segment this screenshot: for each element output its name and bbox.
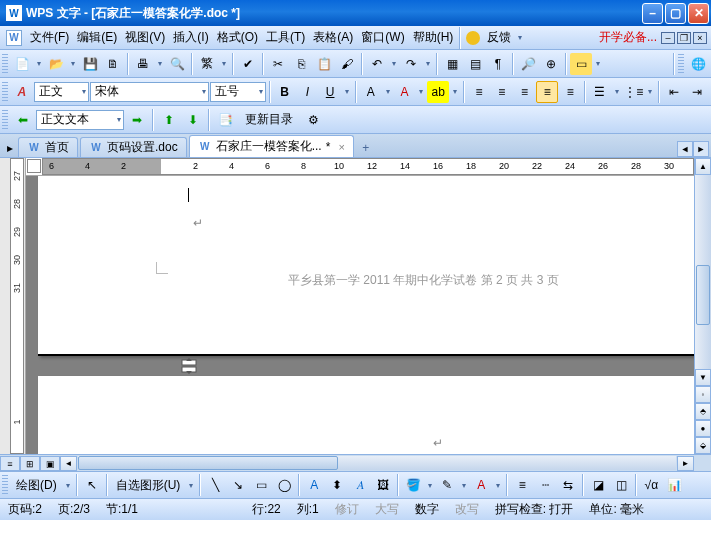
outline-view-button[interactable]: ⊞ (20, 456, 40, 471)
close-button[interactable]: ✕ (688, 3, 709, 24)
tab-home[interactable]: W 首页 (18, 137, 78, 157)
oval-button[interactable]: ◯ (273, 474, 295, 496)
scroll-thumb[interactable] (696, 265, 710, 325)
line-style-button[interactable]: ≡ (511, 474, 533, 496)
style-combo[interactable]: 正文▾ (34, 82, 90, 102)
status-unit[interactable]: 单位: 毫米 (585, 501, 648, 518)
font-combo[interactable]: 宋体▾ (90, 82, 209, 102)
toc-settings-button[interactable]: ⚙ (302, 109, 324, 131)
open-button[interactable]: 📂 (45, 53, 67, 75)
menu-format[interactable]: 格式(O) (213, 26, 262, 49)
vertical-scrollbar[interactable]: ▲ ▼ ◦ ⬘ ● ⬙ (694, 158, 711, 454)
scroll-down-button[interactable]: ▼ (695, 369, 711, 386)
cut-button[interactable]: ✂ (267, 53, 289, 75)
status-column[interactable]: 列:1 (293, 501, 323, 518)
fill-color-button[interactable]: 🪣 (402, 474, 424, 496)
underline-button[interactable]: U (319, 81, 341, 103)
highlight-color-button[interactable]: ab (427, 81, 449, 103)
align-distribute-button[interactable]: ≡ (559, 81, 581, 103)
menu-tools[interactable]: 工具(T) (262, 26, 309, 49)
copy-button[interactable]: ⎘ (290, 53, 312, 75)
next-page-button[interactable]: ⬙ (695, 437, 711, 454)
tab-list-button[interactable]: ▸ (2, 139, 18, 157)
horizontal-scrollbar[interactable] (78, 456, 676, 470)
menu-help[interactable]: 帮助(H) (409, 26, 458, 49)
status-caps[interactable]: 大写 (371, 501, 403, 518)
status-pagecode[interactable]: 页码:2 (4, 501, 46, 518)
insert-table-button[interactable]: ▦ (441, 53, 463, 75)
prev-page-button[interactable]: ⬘ (695, 403, 711, 420)
dash-style-button[interactable]: ┄ (534, 474, 556, 496)
columns-button[interactable]: ▤ (464, 53, 486, 75)
toolbar-grip[interactable] (2, 82, 8, 102)
styles-icon[interactable]: A (11, 81, 33, 103)
align-justify-button[interactable]: ≡ (536, 81, 558, 103)
menu-view[interactable]: 视图(V) (121, 26, 169, 49)
tab-scroll-right[interactable]: ► (693, 141, 709, 157)
horizontal-ruler[interactable]: 6 4 2 2 4 6 8 10 12 14 16 18 20 22 24 26… (26, 158, 694, 176)
chart-button[interactable]: 📊 (663, 474, 685, 496)
status-overwrite[interactable]: 改写 (451, 501, 483, 518)
toolbar-grip[interactable] (2, 54, 8, 74)
feedback-link[interactable]: 反馈 (483, 26, 515, 49)
simplified-traditional-button[interactable]: 繁 (196, 53, 218, 75)
tab-close-icon[interactable]: × (338, 141, 344, 153)
status-spellcheck[interactable]: 拼写检查: 打开 (491, 501, 578, 518)
outline-level-combo[interactable]: 正文文本▾ (36, 110, 124, 130)
move-up-button[interactable]: ⬆ (158, 109, 180, 131)
tab-pagesetup[interactable]: W 页码设置.doc (80, 137, 187, 157)
bold-button[interactable]: B (274, 81, 296, 103)
page-break-handle[interactable] (174, 358, 204, 374)
menu-window[interactable]: 窗口(W) (357, 26, 408, 49)
highlight-button[interactable]: ▭ (570, 53, 592, 75)
new-button[interactable]: 📄 (11, 53, 33, 75)
menu-edit[interactable]: 编辑(E) (73, 26, 121, 49)
minimize-button[interactable]: – (642, 3, 663, 24)
doc-app-icon[interactable]: W (6, 30, 22, 46)
show-marks-button[interactable]: ¶ (487, 53, 509, 75)
page-2[interactable]: ↵ 平乡县第一学 2011 年期中化学试卷 第 2 页 共 3 页 (38, 176, 694, 356)
line-button[interactable]: ╲ (204, 474, 226, 496)
italic-button[interactable]: I (296, 81, 318, 103)
font-color-button[interactable]: A (394, 81, 416, 103)
bullets-button[interactable]: ☰ (589, 81, 611, 103)
update-toc-button[interactable]: 更新目录 (238, 109, 300, 131)
new-tab-button[interactable]: + (356, 139, 376, 157)
doc-minimize[interactable]: – (661, 32, 675, 44)
promote-button[interactable]: ⬅ (12, 109, 34, 131)
select-browse-button[interactable]: ● (695, 420, 711, 437)
menu-insert[interactable]: 插入(I) (169, 26, 212, 49)
tab-shijiazhuang[interactable]: W 石家庄一模答案化... * × (189, 135, 354, 157)
align-center-button[interactable]: ≡ (491, 81, 513, 103)
toc-icon[interactable]: 📑 (214, 109, 236, 131)
draw-menu[interactable]: 绘图(D) (11, 474, 62, 496)
move-down-button[interactable]: ⬇ (182, 109, 204, 131)
status-revision[interactable]: 修订 (331, 501, 363, 518)
textbox-button[interactable]: A (303, 474, 325, 496)
status-line[interactable]: 行:22 (248, 501, 285, 518)
page-3[interactable]: ↵ (38, 376, 694, 454)
new-dropdown[interactable]: ▾ (34, 59, 44, 68)
select-objects-button[interactable]: ↖ (81, 474, 103, 496)
open-dropdown[interactable]: ▾ (68, 59, 78, 68)
wordart-button[interactable]: 𝐴 (349, 474, 371, 496)
scroll-left-button[interactable]: ◄ (60, 456, 77, 471)
font-color-draw-button[interactable]: A (470, 474, 492, 496)
arrow-style-button[interactable]: ⇆ (557, 474, 579, 496)
vertical-ruler[interactable]: 27 28 29 30 31 1 (0, 158, 26, 454)
browse-object-button[interactable]: ◦ (695, 386, 711, 403)
toolbar-grip[interactable] (678, 54, 684, 74)
rectangle-button[interactable]: ▭ (250, 474, 272, 496)
shadow-button[interactable]: ◪ (587, 474, 609, 496)
paste-button[interactable]: 📋 (313, 53, 335, 75)
increase-indent-button[interactable]: ⇥ (686, 81, 708, 103)
feedback-dropdown[interactable]: ▾ (515, 33, 525, 42)
normal-view-button[interactable]: ≡ (0, 456, 20, 471)
doc-restore[interactable]: ❐ (677, 32, 691, 44)
zoom-button[interactable]: ⊕ (540, 53, 562, 75)
page-view-button[interactable]: ▣ (40, 456, 60, 471)
vertical-textbox-button[interactable]: ⬍ (326, 474, 348, 496)
internet-button[interactable]: 🌐 (687, 53, 709, 75)
status-num[interactable]: 数字 (411, 501, 443, 518)
page-canvas[interactable]: ↵ 平乡县第一学 2011 年期中化学试卷 第 2 页 共 3 页 ↵ (26, 176, 694, 454)
